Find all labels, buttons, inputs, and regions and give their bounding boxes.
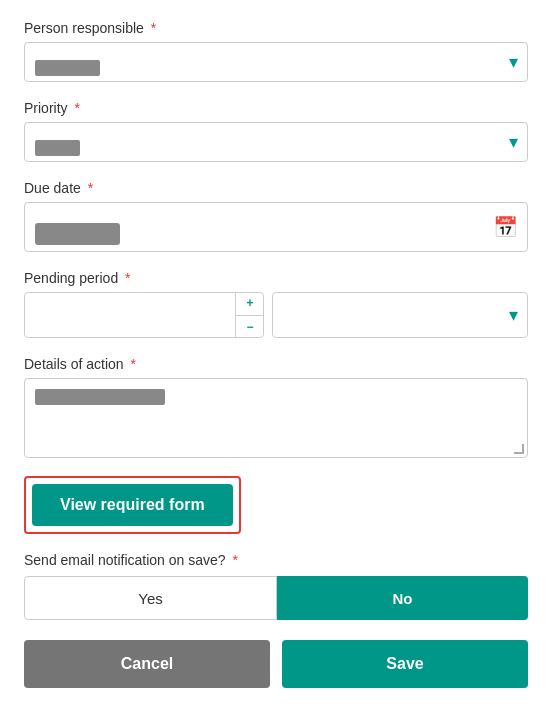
due-date-label: Due date * bbox=[24, 180, 528, 196]
person-responsible-label: Person responsible * bbox=[24, 20, 528, 36]
email-notification-label: Send email notification on save? * bbox=[24, 552, 528, 568]
details-placeholder bbox=[35, 389, 165, 405]
email-notification-section: Send email notification on save? * Yes N… bbox=[24, 552, 528, 620]
person-responsible-label-text: Person responsible bbox=[24, 20, 144, 36]
priority-placeholder bbox=[35, 140, 80, 156]
action-buttons-row: Cancel Save bbox=[24, 640, 528, 688]
pending-period-label: Pending period * bbox=[24, 270, 528, 286]
pending-period-required: * bbox=[125, 270, 130, 286]
stepper-minus-button[interactable]: − bbox=[236, 316, 264, 339]
priority-required: * bbox=[74, 100, 79, 116]
stepper-plus-button[interactable]: + bbox=[236, 292, 264, 316]
pending-period-label-text: Pending period bbox=[24, 270, 118, 286]
pending-period-row: + − ▾ bbox=[24, 292, 528, 338]
view-required-form-button[interactable]: View required form bbox=[32, 484, 233, 526]
view-form-section: View required form bbox=[24, 476, 241, 534]
save-button[interactable]: Save bbox=[282, 640, 528, 688]
person-responsible-group: Person responsible * ▾ bbox=[24, 20, 528, 82]
stepper-buttons: + − bbox=[235, 292, 264, 338]
details-of-action-label: Details of action * bbox=[24, 356, 528, 372]
yes-button[interactable]: Yes bbox=[24, 576, 277, 620]
pending-period-select-wrapper: ▾ bbox=[272, 292, 528, 338]
priority-label-text: Priority bbox=[24, 100, 68, 116]
details-of-action-required: * bbox=[131, 356, 136, 372]
cancel-button[interactable]: Cancel bbox=[24, 640, 270, 688]
due-date-group: Due date * 📅 bbox=[24, 180, 528, 252]
yes-no-row: Yes No bbox=[24, 576, 528, 620]
pending-period-input[interactable] bbox=[24, 292, 264, 338]
due-date-label-text: Due date bbox=[24, 180, 81, 196]
pending-period-input-wrapper: + − bbox=[24, 292, 264, 338]
priority-group: Priority * ▾ bbox=[24, 100, 528, 162]
person-responsible-select-wrapper: ▾ bbox=[24, 42, 528, 82]
email-notification-label-text: Send email notification on save? bbox=[24, 552, 226, 568]
pending-period-group: Pending period * + − ▾ bbox=[24, 270, 528, 338]
calendar-icon[interactable]: 📅 bbox=[493, 215, 518, 239]
person-responsible-placeholder bbox=[35, 60, 100, 76]
details-of-action-group: Details of action * bbox=[24, 356, 528, 458]
no-button[interactable]: No bbox=[277, 576, 528, 620]
pending-period-arrow-icon[interactable]: ▾ bbox=[509, 304, 518, 326]
due-date-wrapper: 📅 bbox=[24, 202, 528, 252]
resize-handle[interactable] bbox=[514, 444, 524, 454]
due-date-required: * bbox=[88, 180, 93, 196]
details-textarea-wrapper bbox=[24, 378, 528, 458]
priority-select-wrapper: ▾ bbox=[24, 122, 528, 162]
email-notification-required: * bbox=[232, 552, 237, 568]
details-of-action-label-text: Details of action bbox=[24, 356, 124, 372]
priority-label: Priority * bbox=[24, 100, 528, 116]
person-responsible-required: * bbox=[151, 20, 156, 36]
due-date-placeholder bbox=[35, 223, 120, 245]
